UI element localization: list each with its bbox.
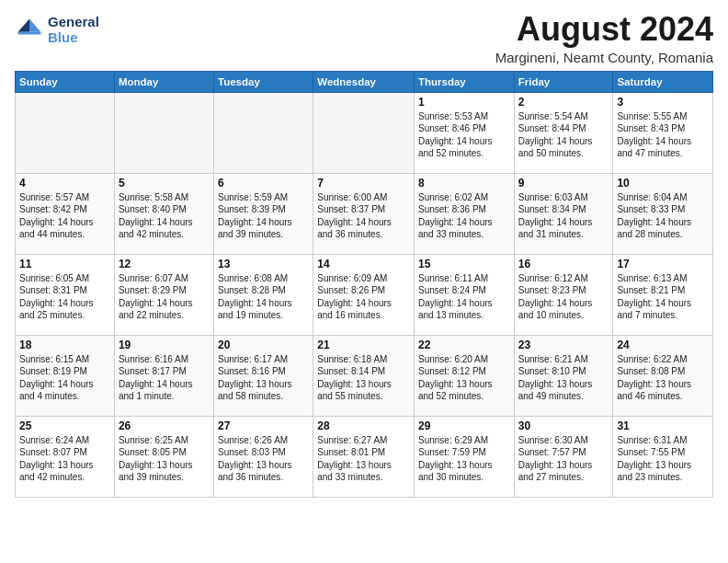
- day-number: 31: [617, 419, 709, 432]
- page: General Blue August 2024 Margineni, Neam…: [0, 0, 728, 505]
- calendar-week-5: 25Sunrise: 6:24 AMSunset: 8:07 PMDayligh…: [16, 416, 713, 497]
- day-number: 4: [19, 177, 110, 190]
- day-info: Sunrise: 5:54 AMSunset: 8:44 PMDaylight:…: [518, 110, 609, 160]
- main-title: August 2024: [495, 11, 713, 48]
- calendar-cell: 21Sunrise: 6:18 AMSunset: 8:14 PMDayligh…: [313, 335, 415, 416]
- day-info: Sunrise: 6:13 AMSunset: 8:21 PMDaylight:…: [617, 272, 709, 322]
- day-number: 2: [518, 96, 609, 109]
- day-info: Sunrise: 6:07 AMSunset: 8:29 PMDaylight:…: [119, 272, 210, 322]
- calendar-cell: 25Sunrise: 6:24 AMSunset: 8:07 PMDayligh…: [16, 416, 115, 497]
- calendar-cell: [213, 92, 313, 173]
- calendar-cell: 29Sunrise: 6:29 AMSunset: 7:59 PMDayligh…: [414, 416, 514, 497]
- day-number: 13: [218, 258, 309, 270]
- day-info: Sunrise: 6:15 AMSunset: 8:19 PMDaylight:…: [19, 353, 110, 403]
- calendar-week-4: 18Sunrise: 6:15 AMSunset: 8:19 PMDayligh…: [16, 335, 713, 416]
- day-number: 21: [317, 339, 410, 351]
- day-info: Sunrise: 6:26 AMSunset: 8:03 PMDaylight:…: [218, 434, 309, 484]
- day-info: Sunrise: 6:03 AMSunset: 8:34 PMDaylight:…: [518, 191, 609, 241]
- day-info: Sunrise: 6:21 AMSunset: 8:10 PMDaylight:…: [518, 353, 609, 403]
- subtitle: Margineni, Neamt County, Romania: [495, 50, 713, 65]
- header: General Blue August 2024 Margineni, Neam…: [15, 11, 713, 65]
- calendar-header-row: SundayMondayTuesdayWednesdayThursdayFrid…: [16, 71, 713, 92]
- calendar-header-thursday: Thursday: [414, 71, 514, 92]
- day-number: 29: [418, 419, 510, 432]
- day-info: Sunrise: 6:30 AMSunset: 7:57 PMDaylight:…: [518, 434, 609, 484]
- calendar-header-monday: Monday: [114, 71, 213, 92]
- day-number: 10: [617, 177, 709, 190]
- day-number: 15: [418, 258, 510, 270]
- day-number: 11: [19, 258, 110, 270]
- calendar-cell: 23Sunrise: 6:21 AMSunset: 8:10 PMDayligh…: [514, 335, 613, 416]
- calendar-cell: 26Sunrise: 6:25 AMSunset: 8:05 PMDayligh…: [114, 416, 213, 497]
- day-number: 14: [317, 258, 410, 270]
- day-info: Sunrise: 5:59 AMSunset: 8:39 PMDaylight:…: [218, 191, 309, 241]
- day-info: Sunrise: 6:22 AMSunset: 8:08 PMDaylight:…: [617, 353, 709, 403]
- day-number: 28: [317, 419, 410, 432]
- calendar-cell: 20Sunrise: 6:17 AMSunset: 8:16 PMDayligh…: [213, 335, 313, 416]
- calendar-cell: 15Sunrise: 6:11 AMSunset: 8:24 PMDayligh…: [414, 254, 514, 335]
- day-info: Sunrise: 5:58 AMSunset: 8:40 PMDaylight:…: [119, 191, 210, 241]
- calendar-cell: 24Sunrise: 6:22 AMSunset: 8:08 PMDayligh…: [613, 335, 713, 416]
- day-info: Sunrise: 6:24 AMSunset: 8:07 PMDaylight:…: [19, 434, 110, 484]
- calendar-cell: 10Sunrise: 6:04 AMSunset: 8:33 PMDayligh…: [613, 173, 713, 254]
- day-number: 9: [518, 177, 609, 190]
- calendar-cell: 3Sunrise: 5:55 AMSunset: 8:43 PMDaylight…: [613, 92, 713, 173]
- calendar-week-2: 4Sunrise: 5:57 AMSunset: 8:42 PMDaylight…: [16, 173, 713, 254]
- day-info: Sunrise: 6:18 AMSunset: 8:14 PMDaylight:…: [317, 353, 410, 403]
- day-number: 17: [617, 258, 709, 270]
- day-info: Sunrise: 5:53 AMSunset: 8:46 PMDaylight:…: [418, 110, 510, 160]
- day-number: 7: [317, 177, 410, 190]
- day-number: 20: [218, 339, 309, 351]
- day-number: 27: [218, 419, 309, 432]
- calendar-cell: 27Sunrise: 6:26 AMSunset: 8:03 PMDayligh…: [213, 416, 313, 497]
- calendar-week-3: 11Sunrise: 6:05 AMSunset: 8:31 PMDayligh…: [16, 254, 713, 335]
- logo-icon: [15, 16, 44, 45]
- calendar-cell: 9Sunrise: 6:03 AMSunset: 8:34 PMDaylight…: [514, 173, 613, 254]
- calendar-cell: 8Sunrise: 6:02 AMSunset: 8:36 PMDaylight…: [414, 173, 514, 254]
- day-info: Sunrise: 6:29 AMSunset: 7:59 PMDaylight:…: [418, 434, 510, 484]
- calendar-cell: [313, 92, 415, 173]
- day-info: Sunrise: 6:31 AMSunset: 7:55 PMDaylight:…: [617, 434, 709, 484]
- day-number: 3: [617, 96, 709, 109]
- title-block: August 2024 Margineni, Neamt County, Rom…: [495, 11, 713, 65]
- calendar-header-sunday: Sunday: [16, 71, 115, 92]
- day-info: Sunrise: 6:25 AMSunset: 8:05 PMDaylight:…: [119, 434, 210, 484]
- calendar-cell: 13Sunrise: 6:08 AMSunset: 8:28 PMDayligh…: [213, 254, 313, 335]
- day-number: 22: [418, 339, 510, 351]
- calendar-cell: 22Sunrise: 6:20 AMSunset: 8:12 PMDayligh…: [414, 335, 514, 416]
- calendar-cell: 11Sunrise: 6:05 AMSunset: 8:31 PMDayligh…: [16, 254, 115, 335]
- day-info: Sunrise: 6:11 AMSunset: 8:24 PMDaylight:…: [418, 272, 510, 322]
- calendar-cell: 2Sunrise: 5:54 AMSunset: 8:44 PMDaylight…: [514, 92, 613, 173]
- day-number: 5: [119, 177, 210, 190]
- day-number: 6: [218, 177, 309, 190]
- day-number: 1: [418, 96, 510, 109]
- calendar-cell: 30Sunrise: 6:30 AMSunset: 7:57 PMDayligh…: [514, 416, 613, 497]
- day-info: Sunrise: 6:02 AMSunset: 8:36 PMDaylight:…: [418, 191, 510, 241]
- logo: General Blue: [15, 15, 99, 45]
- logo-general: General: [48, 15, 99, 30]
- day-number: 25: [19, 419, 110, 432]
- day-info: Sunrise: 5:57 AMSunset: 8:42 PMDaylight:…: [19, 191, 110, 241]
- day-number: 19: [119, 339, 210, 351]
- day-info: Sunrise: 6:20 AMSunset: 8:12 PMDaylight:…: [418, 353, 510, 403]
- calendar-table: SundayMondayTuesdayWednesdayThursdayFrid…: [15, 71, 713, 498]
- day-info: Sunrise: 6:05 AMSunset: 8:31 PMDaylight:…: [19, 272, 110, 322]
- day-number: 12: [119, 258, 210, 270]
- calendar-header-saturday: Saturday: [613, 71, 713, 92]
- calendar-cell: 31Sunrise: 6:31 AMSunset: 7:55 PMDayligh…: [613, 416, 713, 497]
- calendar-cell: 6Sunrise: 5:59 AMSunset: 8:39 PMDaylight…: [213, 173, 313, 254]
- calendar-cell: 7Sunrise: 6:00 AMSunset: 8:37 PMDaylight…: [313, 173, 415, 254]
- calendar-header-tuesday: Tuesday: [213, 71, 313, 92]
- day-number: 23: [518, 339, 609, 351]
- calendar-cell: 4Sunrise: 5:57 AMSunset: 8:42 PMDaylight…: [16, 173, 115, 254]
- day-info: Sunrise: 6:09 AMSunset: 8:26 PMDaylight:…: [317, 272, 410, 322]
- day-info: Sunrise: 6:08 AMSunset: 8:28 PMDaylight:…: [218, 272, 309, 322]
- calendar-cell: 14Sunrise: 6:09 AMSunset: 8:26 PMDayligh…: [313, 254, 415, 335]
- day-number: 26: [119, 419, 210, 432]
- day-info: Sunrise: 6:04 AMSunset: 8:33 PMDaylight:…: [617, 191, 709, 241]
- logo-blue: Blue: [48, 30, 99, 46]
- calendar-cell: 17Sunrise: 6:13 AMSunset: 8:21 PMDayligh…: [613, 254, 713, 335]
- calendar-header-wednesday: Wednesday: [313, 71, 415, 92]
- calendar-cell: 18Sunrise: 6:15 AMSunset: 8:19 PMDayligh…: [16, 335, 115, 416]
- calendar-cell: 16Sunrise: 6:12 AMSunset: 8:23 PMDayligh…: [514, 254, 613, 335]
